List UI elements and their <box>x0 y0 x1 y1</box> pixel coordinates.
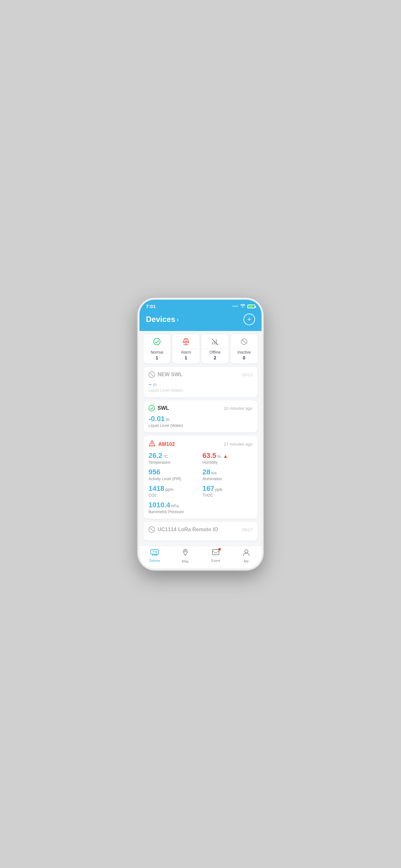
alarm-count: 1 <box>185 355 187 361</box>
device-card-uc1114[interactable]: UC1114 LoRa Remote IO 09/17 <box>143 522 258 540</box>
sensor-temperature: 26.2 °C Temperature <box>149 452 198 465</box>
normal-icon <box>153 337 161 346</box>
inactive-label: Inactive <box>237 350 251 354</box>
header-title-text: Devices <box>146 315 175 324</box>
svg-line-10 <box>150 373 153 376</box>
device-name-row: NEW SWL <box>149 371 182 378</box>
sensor-illumination: 28 lux Illumination <box>203 468 252 481</box>
status-icon-normal <box>149 405 155 411</box>
illumination-value: 28 <box>203 468 210 476</box>
svg-point-16 <box>184 551 186 552</box>
sensor-label: Liquid Level (Water) <box>149 423 252 428</box>
sensor-dash: – <box>149 381 152 388</box>
device-name-row: SWL <box>149 405 169 411</box>
event-nav-icon <box>212 549 220 558</box>
svg-line-9 <box>243 340 246 343</box>
svg-rect-17 <box>212 550 219 555</box>
device-card-swl[interactable]: SWL 10 minutes ago -0.01 m Liquid Level … <box>143 400 258 432</box>
nav-device[interactable]: Device <box>140 549 170 563</box>
status-icon-inactive <box>149 526 155 533</box>
status-icon-inactive <box>149 371 155 378</box>
tvoc-value: 167 <box>203 485 214 493</box>
svg-rect-3 <box>212 342 213 345</box>
pir-value: 956 <box>149 468 160 476</box>
sensor-label: Liquid Level (Water) <box>149 388 252 393</box>
svg-point-0 <box>154 338 160 345</box>
device-name: AM102 <box>158 441 175 447</box>
map-nav-label: Map <box>182 559 189 563</box>
nav-event[interactable]: Event <box>201 549 231 563</box>
nav-me[interactable]: Me <box>231 549 262 563</box>
offline-label: Offline <box>210 350 220 354</box>
alarm-up-arrow: ▲ <box>223 454 228 459</box>
alarm-icon <box>182 337 190 346</box>
tvoc-label: TVOC <box>203 493 252 498</box>
me-nav-icon <box>243 549 250 558</box>
svg-point-12 <box>152 445 152 445</box>
filter-tab-normal[interactable]: Normal 1 <box>143 334 171 364</box>
tvoc-unit: ppb <box>215 487 222 492</box>
alarm-status-icon <box>149 440 156 448</box>
filter-tab-offline[interactable]: Offline 2 <box>202 334 228 364</box>
pressure-unit: hPa <box>171 503 179 508</box>
sensor-grid: 26.2 °C Temperature 63.5 % ▲ Humidity <box>149 452 252 514</box>
status-bar: 7:01 •••• ⚡ <box>140 300 261 311</box>
svg-point-15 <box>156 551 157 553</box>
me-nav-label: Me <box>244 559 249 563</box>
svg-point-2 <box>186 339 187 340</box>
device-time: 10/13 <box>242 372 252 377</box>
humidity-unit: % <box>217 454 221 459</box>
device-nav-label: Device <box>149 559 160 562</box>
inactive-count: 0 <box>243 355 245 361</box>
main-content: Normal 1 Alarm 1 <box>140 331 261 546</box>
temp-label: Temperature <box>149 460 198 465</box>
temp-value: 26.2 <box>149 452 162 460</box>
filter-tab-inactive[interactable]: Inactive 0 <box>230 334 258 364</box>
nav-map[interactable]: Map <box>170 549 201 563</box>
sensor-co2: 1418 ppm CO2 <box>149 485 198 498</box>
pressure-label: Barometric Pressure <box>149 509 252 514</box>
svg-rect-1 <box>185 344 187 344</box>
humidity-value: 63.5 <box>203 452 216 460</box>
co2-value: 1418 <box>149 485 164 493</box>
sensor-pir: 956 Activity Level (PIR) <box>149 468 198 481</box>
device-name: NEW SWL <box>158 372 182 377</box>
alarm-label: Alarm <box>181 350 191 354</box>
add-device-button[interactable]: + <box>243 314 255 325</box>
pressure-value: 1010.4 <box>149 501 170 509</box>
notification-dot <box>218 548 221 551</box>
map-nav-icon <box>182 549 189 558</box>
filter-tab-alarm[interactable]: Alarm 1 <box>173 334 199 364</box>
header-chevron: › <box>177 316 179 323</box>
device-time: 10 minutes ago <box>224 406 252 411</box>
svg-line-13 <box>150 528 153 531</box>
humidity-label: Humidity <box>203 460 252 465</box>
sensor-value: -0.01 <box>149 414 165 423</box>
normal-label: Normal <box>151 350 163 354</box>
device-name-row: UC1114 LoRa Remote IO <box>149 526 218 533</box>
device-card-am102[interactable]: AM102 27 minutes ago 26.2 °C Temperature <box>143 436 258 519</box>
offline-icon <box>211 337 219 346</box>
device-name: SWL <box>158 405 169 411</box>
device-nav-icon <box>150 549 159 558</box>
device-time: 09/17 <box>242 527 252 532</box>
sensor-humidity: 63.5 % ▲ Humidity <box>203 452 252 465</box>
offline-count: 2 <box>214 355 216 361</box>
svg-point-18 <box>245 550 248 553</box>
sensor-tvoc: 167 ppb TVOC <box>203 485 252 498</box>
sensor-pressure: 1010.4 hPa Barometric Pressure <box>149 501 252 514</box>
device-name: UC1114 LoRa Remote IO <box>158 527 218 532</box>
header-title[interactable]: Devices › <box>146 315 179 324</box>
pir-label: Activity Level (PIR) <box>149 476 198 481</box>
status-icons: •••• ⚡ <box>233 304 255 309</box>
app-header: Devices › + <box>140 311 261 331</box>
svg-rect-11 <box>152 442 152 444</box>
illumination-unit: lux <box>211 470 217 475</box>
device-name-row: AM102 <box>149 440 175 448</box>
event-nav-label: Event <box>211 559 220 562</box>
device-card-new-swl[interactable]: NEW SWL 10/13 – m Liquid Level (Water) <box>143 367 258 397</box>
co2-unit: ppm <box>165 487 174 492</box>
status-time: 7:01 <box>146 304 156 309</box>
normal-count: 1 <box>156 355 158 361</box>
filter-tabs: Normal 1 Alarm 1 <box>143 334 258 364</box>
